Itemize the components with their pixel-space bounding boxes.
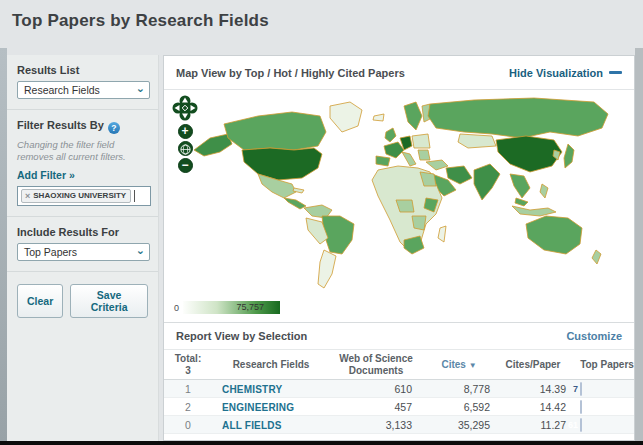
row-rank: 1 — [164, 383, 212, 395]
row-rank: 0 — [164, 419, 212, 431]
legend-min-value: 0 — [174, 303, 179, 313]
zoom-out-button[interactable]: − — [178, 158, 193, 173]
table-row: 2 ENGINEERING 457 6,592 14.42 14 — [164, 398, 634, 416]
map-country-indonesia[interactable] — [512, 206, 556, 216]
row-cites: 6,592 — [422, 401, 496, 413]
customize-link[interactable]: Customize — [566, 330, 622, 342]
map-country-canada[interactable] — [224, 112, 326, 150]
save-criteria-button[interactable]: Save Criteria — [70, 284, 148, 318]
column-header-research-fields[interactable]: Research Fields — [212, 359, 330, 370]
total-label: Total: — [175, 353, 201, 364]
map-region-balkans[interactable] — [418, 150, 430, 160]
column-header-cites[interactable]: Cites ▼ — [422, 359, 496, 370]
map-area: + − 0 75,757 — [164, 90, 634, 322]
results-list-select[interactable]: Research Fields ⌄ — [17, 81, 150, 99]
map-country-france[interactable] — [384, 142, 404, 158]
top-papers-bar[interactable]: 7 — [580, 382, 582, 396]
include-results-section: Include Results For Top Papers ⌄ — [7, 217, 158, 272]
hide-visualization-link[interactable]: Hide Visualization — [509, 67, 622, 79]
filter-tag: × SHAOXING UNIVERSITY — [21, 189, 131, 203]
map-country-kazakhstan[interactable] — [458, 134, 496, 148]
app-window: Top Papers by Research Fields Results Li… — [0, 0, 643, 445]
map-country-new-zealand[interactable] — [592, 250, 601, 264]
globe-icon — [180, 144, 191, 155]
map-country-scandinavia[interactable] — [404, 102, 422, 130]
map-country-italy[interactable] — [402, 152, 416, 166]
map-region-central-america[interactable] — [284, 198, 306, 209]
row-cites-per-paper: 14.42 — [496, 401, 570, 413]
globe-reset-button[interactable] — [178, 141, 193, 156]
sidebar-actions: Clear Save Criteria — [7, 272, 158, 330]
row-cites: 8,778 — [422, 383, 496, 395]
chevron-down-icon: ⌄ — [136, 245, 145, 255]
map-country-turkey[interactable] — [426, 160, 448, 170]
include-results-label: Include Results For — [17, 226, 148, 238]
row-cites-per-paper: 14.39 — [496, 383, 570, 395]
map-region-southeast-asia[interactable] — [510, 174, 530, 198]
map-country-argentina[interactable] — [318, 250, 336, 288]
visualization-title: Map View by Top / Hot / Highly Cited Pap… — [176, 67, 405, 79]
add-filter-link[interactable]: Add Filter » — [17, 169, 75, 181]
top-papers-bar[interactable]: 61 — [580, 418, 582, 432]
legend-gradient-bar: 75,757 — [183, 301, 280, 314]
map-country-japan[interactable] — [564, 144, 574, 168]
total-count: Total: 3 — [164, 353, 212, 376]
map-pan-control[interactable] — [172, 95, 198, 121]
hide-visualization-label: Hide Visualization — [509, 67, 603, 79]
total-value: 3 — [185, 365, 191, 376]
map-country-india[interactable] — [474, 164, 500, 200]
map-country-iceland[interactable] — [373, 114, 384, 121]
map-country-russia[interactable] — [428, 98, 608, 138]
map-country-drc[interactable] — [412, 216, 426, 230]
results-list-section: Results List Research Fields ⌄ — [7, 55, 158, 110]
map-country-greenland[interactable] — [330, 102, 362, 132]
table-row: 0 ALL FIELDS 3,133 35,295 11.27 61 — [164, 416, 634, 434]
map-country-china[interactable] — [496, 136, 562, 172]
legend-max-value: 75,757 — [236, 302, 264, 312]
map-country-malaysia[interactable] — [515, 198, 528, 206]
chevron-down-icon: ⌄ — [136, 83, 145, 93]
world-map[interactable] — [164, 92, 634, 310]
map-region-eastern-europe[interactable] — [412, 134, 430, 148]
row-documents: 3,133 — [330, 419, 422, 431]
results-list-label: Results List — [17, 64, 148, 76]
field-link[interactable]: ENGINEERING — [222, 402, 294, 413]
map-country-madagascar[interactable] — [438, 226, 446, 242]
sort-down-icon: ▼ — [469, 361, 477, 370]
table-header-row: Total: 3 Research Fields Web of Science … — [164, 350, 634, 380]
filter-label: Filter Results By? — [17, 119, 148, 134]
map-country-philippines[interactable] — [540, 184, 548, 198]
page-title: Top Papers by Research Fields — [12, 11, 269, 31]
map-country-uk[interactable] — [385, 128, 396, 142]
table-row: 1 CHEMISTRY 610 8,778 14.39 7 — [164, 380, 634, 398]
bottom-edge — [0, 441, 643, 445]
field-link[interactable]: CHEMISTRY — [222, 384, 282, 395]
include-results-select[interactable]: Top Papers ⌄ — [17, 243, 150, 261]
row-documents: 610 — [330, 383, 422, 395]
row-rank: 2 — [164, 401, 212, 413]
minus-icon — [609, 71, 622, 74]
visualization-header: Map View by Top / Hot / Highly Cited Pap… — [164, 56, 634, 90]
filter-label-text: Filter Results By — [17, 119, 104, 131]
field-link[interactable]: ALL FIELDS — [222, 420, 282, 431]
map-country-spain[interactable] — [376, 156, 390, 166]
filter-input[interactable]: × SHAOXING UNIVERSITY — [17, 186, 151, 206]
map-country-usa[interactable] — [242, 148, 322, 180]
remove-filter-icon[interactable]: × — [25, 191, 30, 201]
help-icon[interactable]: ? — [108, 122, 120, 134]
row-cites: 35,295 — [422, 419, 496, 431]
zoom-in-button[interactable]: + — [178, 124, 193, 139]
results-table: Total: 3 Research Fields Web of Science … — [164, 350, 634, 434]
column-header-documents[interactable]: Web of Science Documents — [330, 353, 422, 376]
top-papers-bar[interactable]: 14 — [580, 400, 582, 414]
map-country-iran[interactable] — [446, 166, 472, 184]
map-zoom-controls: + − — [172, 124, 198, 173]
column-header-cites-per-paper[interactable]: Cites/Paper — [496, 359, 570, 370]
right-edge-strip — [635, 48, 643, 441]
report-header: Report View by Selection Customize — [164, 322, 634, 350]
text-cursor — [134, 190, 135, 202]
column-header-top-papers[interactable]: Top Papers — [570, 359, 634, 370]
map-country-australia[interactable] — [526, 216, 582, 254]
clear-button[interactable]: Clear — [17, 284, 63, 318]
report-title: Report View by Selection — [176, 330, 307, 342]
